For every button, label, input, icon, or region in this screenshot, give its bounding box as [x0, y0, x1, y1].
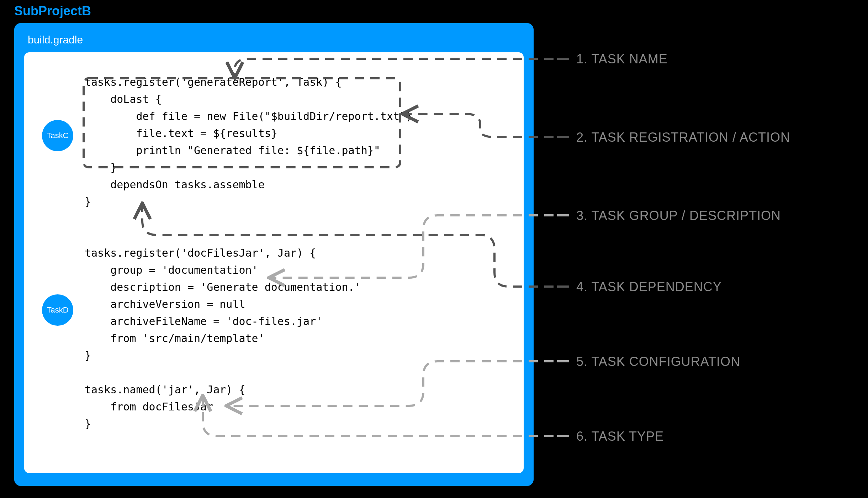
annotation-task-group: 3. TASK GROUP / DESCRIPTION [576, 208, 781, 223]
file-name-label: build.gradle [28, 34, 524, 46]
code-card: TaskC TaskD tasks.register('generateRepo… [24, 52, 524, 473]
task-badge-d: TaskD [42, 294, 73, 326]
diagram-stage: SubProjectB build.gradle TaskC TaskD tas… [0, 0, 868, 498]
code-block: tasks.register('generateReport', Task) {… [85, 74, 509, 433]
task-badge-c: TaskC [42, 120, 73, 151]
annotation-task-config: 5. TASK CONFIGURATION [576, 354, 740, 369]
annotation-task-type: 6. TASK TYPE [576, 429, 664, 444]
project-title: SubProjectB [14, 4, 91, 19]
task-badge-c-label: TaskC [47, 131, 68, 140]
annotation-task-registration: 2. TASK REGISTRATION / ACTION [576, 130, 790, 145]
annotation-task-dependency: 4. TASK DEPENDENCY [576, 279, 722, 294]
annotation-task-name: 1. TASK NAME [576, 52, 668, 67]
project-frame: build.gradle TaskC TaskD tasks.register(… [14, 23, 534, 486]
task-badge-d-label: TaskD [47, 305, 68, 315]
